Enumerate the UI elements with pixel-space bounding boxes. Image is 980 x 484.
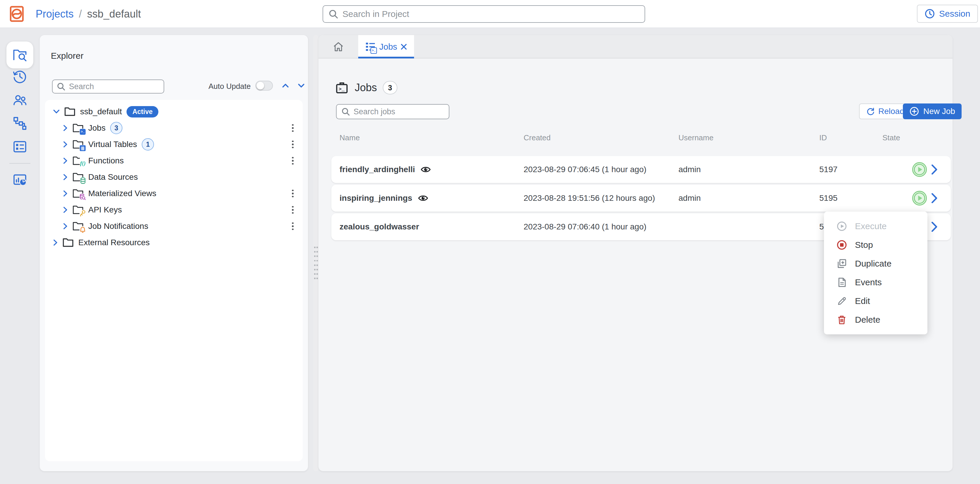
jobs-search-input[interactable] bbox=[353, 107, 449, 116]
tree-item-functions[interactable]: f() Functions bbox=[45, 153, 303, 169]
history-icon[interactable] bbox=[12, 69, 27, 84]
explorer-panel: Explorer Auto Update bbox=[40, 35, 308, 471]
menu-item-label: Events bbox=[855, 277, 882, 287]
tree-item-materialized-views[interactable]: Materialized Views bbox=[45, 185, 303, 202]
kebab-menu-icon[interactable] bbox=[289, 156, 297, 166]
tree-item-label: Job Notifications bbox=[88, 221, 148, 231]
forms-icon[interactable] bbox=[12, 139, 27, 154]
kebab-menu-icon[interactable] bbox=[289, 123, 297, 133]
chevron-right-icon[interactable] bbox=[63, 158, 68, 164]
tree-item-data-sources[interactable]: Data Sources bbox=[45, 169, 303, 185]
search-icon bbox=[328, 9, 338, 19]
kebab-menu-icon[interactable] bbox=[289, 189, 297, 198]
explorer-search-box[interactable] bbox=[52, 80, 164, 94]
auto-update-label: Auto Update bbox=[208, 82, 251, 91]
tree-item-virtual-tables[interactable]: Virtual Tables 1 bbox=[45, 136, 303, 153]
jobs-header: >_ Jobs 3 bbox=[335, 81, 398, 95]
reload-icon bbox=[865, 107, 875, 116]
expand-all-icon[interactable] bbox=[298, 82, 305, 89]
auto-update-toggle[interactable] bbox=[255, 81, 273, 91]
chevron-right-icon[interactable] bbox=[63, 190, 68, 197]
api-keys-folder-icon bbox=[72, 205, 84, 215]
row-expand-chevron-icon[interactable] bbox=[932, 213, 938, 240]
job-running-icon[interactable] bbox=[912, 156, 928, 183]
tree-item-job-notifications[interactable]: Job Notifications bbox=[45, 218, 303, 234]
data-sources-folder-icon bbox=[72, 172, 84, 182]
chevron-right-icon[interactable] bbox=[63, 141, 68, 148]
lineage-icon[interactable] bbox=[12, 116, 27, 131]
panel-resize-handle[interactable] bbox=[313, 35, 318, 471]
materialized-views-folder-icon bbox=[72, 189, 84, 198]
column-header-name: Name bbox=[339, 133, 360, 142]
users-icon[interactable] bbox=[12, 92, 27, 108]
stop-circle-icon bbox=[836, 239, 847, 250]
monitoring-icon[interactable] bbox=[12, 172, 27, 188]
row-expand-chevron-icon[interactable] bbox=[932, 185, 938, 212]
explorer-title: Explorer bbox=[51, 51, 84, 61]
menu-item-events[interactable]: Events bbox=[824, 273, 928, 292]
menu-item-delete[interactable]: Delete bbox=[824, 310, 928, 329]
svg-text:>_: >_ bbox=[339, 86, 345, 92]
search-icon bbox=[57, 82, 65, 91]
count-badge: 3 bbox=[110, 122, 123, 134]
tree-item-project-root[interactable]: ssb_default Active bbox=[45, 103, 303, 120]
table-row[interactable]: inspiring_jennings 2023-08-28 19:51:56 (… bbox=[331, 185, 951, 212]
job-context-menu: Execute Stop Duplicate bbox=[824, 212, 928, 334]
chevron-right-icon[interactable] bbox=[63, 125, 68, 131]
trash-icon bbox=[836, 314, 847, 325]
close-tab-icon[interactable] bbox=[401, 43, 407, 50]
chevron-down-icon[interactable] bbox=[53, 109, 60, 114]
tree-item-label: Functions bbox=[88, 156, 124, 166]
tree-item-external-resources[interactable]: External Resources bbox=[45, 234, 303, 251]
new-job-button-label: New Job bbox=[923, 107, 955, 116]
functions-folder-icon: f() bbox=[72, 156, 84, 166]
menu-item-edit[interactable]: Edit bbox=[824, 292, 928, 310]
jobs-search-box[interactable] bbox=[336, 104, 449, 119]
new-job-button[interactable]: New Job bbox=[903, 103, 962, 119]
job-created: 2023-08-29 07:06:45 (1 hour ago) bbox=[523, 156, 646, 183]
menu-item-duplicate[interactable]: Duplicate bbox=[824, 254, 928, 273]
kebab-menu-icon[interactable] bbox=[289, 140, 297, 149]
job-id: 5195 bbox=[819, 185, 837, 212]
terminal-badge-icon: >_ bbox=[371, 47, 377, 54]
folder-icon bbox=[62, 238, 74, 247]
breadcrumb: Projects / ssb_default bbox=[36, 0, 141, 28]
column-header-username: Username bbox=[678, 133, 714, 142]
session-button[interactable]: Session bbox=[917, 5, 978, 23]
tab-jobs-label: Jobs bbox=[379, 42, 397, 52]
app-logo-icon[interactable] bbox=[10, 6, 26, 22]
menu-item-stop[interactable]: Stop bbox=[824, 236, 928, 254]
tree-item-api-keys[interactable]: API Keys bbox=[45, 202, 303, 218]
job-name: zealous_goldwasser bbox=[339, 222, 419, 231]
explorer-search-input[interactable] bbox=[69, 82, 164, 91]
play-circle-icon bbox=[836, 221, 847, 232]
table-row[interactable]: friendly_ardinghelli 2023-08-29 07:06:45… bbox=[331, 156, 951, 183]
column-header-created: Created bbox=[523, 133, 551, 142]
job-created: 2023-08-28 19:51:56 (12 hours ago) bbox=[523, 185, 655, 212]
tab-jobs[interactable]: >_ Jobs bbox=[358, 35, 414, 59]
job-running-icon[interactable] bbox=[912, 185, 928, 212]
tree-item-jobs[interactable]: >_ Jobs 3 bbox=[45, 120, 303, 136]
chevron-right-icon[interactable] bbox=[53, 239, 58, 246]
collapse-all-icon[interactable] bbox=[282, 82, 289, 89]
table-header: Name Created Username ID State bbox=[331, 133, 951, 143]
project-search-input[interactable] bbox=[342, 9, 644, 19]
chevron-right-icon[interactable] bbox=[63, 207, 68, 213]
count-badge: 1 bbox=[142, 138, 154, 151]
column-header-state: State bbox=[882, 133, 900, 142]
folder-icon bbox=[64, 107, 75, 116]
row-expand-chevron-icon[interactable] bbox=[932, 156, 938, 183]
tree-item-label: ssb_default bbox=[80, 107, 122, 116]
chevron-right-icon[interactable] bbox=[63, 174, 68, 180]
kebab-menu-icon[interactable] bbox=[289, 205, 297, 215]
tab-home[interactable] bbox=[325, 35, 352, 59]
menu-item-execute: Execute bbox=[824, 217, 928, 236]
page-title: Jobs bbox=[355, 81, 377, 94]
explorer-folder-search-icon[interactable] bbox=[12, 47, 27, 62]
app-root: Projects / ssb_default Session bbox=[0, 0, 980, 484]
chevron-right-icon[interactable] bbox=[63, 223, 68, 229]
kebab-menu-icon[interactable] bbox=[289, 221, 297, 231]
project-search-box[interactable] bbox=[323, 5, 645, 23]
session-button-label: Session bbox=[939, 9, 970, 19]
breadcrumb-projects-link[interactable]: Projects bbox=[36, 8, 74, 20]
